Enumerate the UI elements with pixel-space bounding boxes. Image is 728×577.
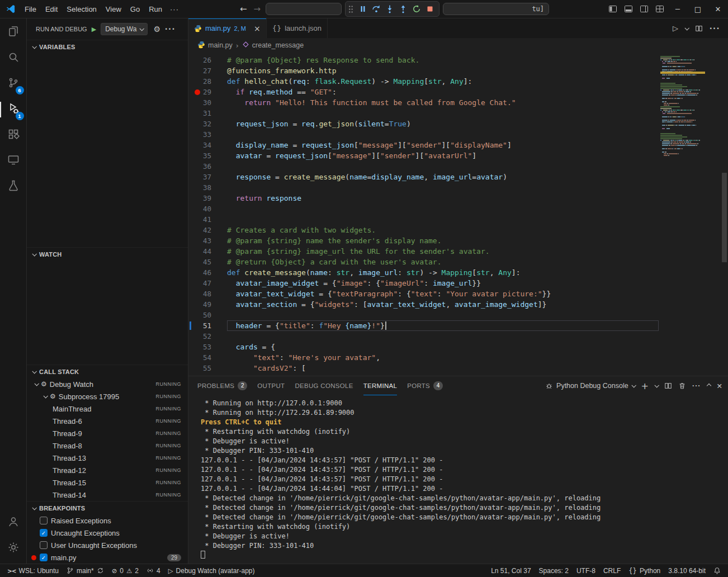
customize-layout-icon[interactable] (652, 1, 668, 17)
menu-run[interactable]: Run (144, 5, 167, 13)
callstack-item[interactable]: Thread-14RUNNING (27, 489, 188, 501)
panel-tab-terminal[interactable]: TERMINAL (363, 376, 398, 395)
panel-more-actions-icon[interactable]: ··· (692, 382, 701, 390)
code-line-37[interactable]: 37 response = create_message(name=displa… (188, 172, 728, 182)
tab-launch.json[interactable]: {}launch.json (267, 18, 328, 38)
breakpoint-item[interactable]: User Uncaught Exceptions (27, 539, 188, 551)
toggle-secondary-sidebar-icon[interactable] (636, 1, 652, 17)
breakpoint-item[interactable]: ✓main.py29 (27, 551, 188, 564)
activity-explorer[interactable] (0, 20, 27, 45)
code-line-32[interactable]: 32 request_json = req.get_json(silent=Tr… (188, 119, 728, 129)
menu-selection[interactable]: Selection (62, 5, 101, 13)
activity-accounts[interactable] (0, 510, 27, 536)
launch-config-dropdown[interactable]: Debug Wa (101, 23, 148, 35)
code-line-45[interactable]: 45# @return {Object} a card with the use… (188, 257, 728, 267)
configure-gear-icon[interactable]: ⚙ (153, 25, 160, 34)
checkbox[interactable] (40, 517, 48, 524)
terminal-output[interactable]: * Running on http://127.0.0.1:9000 * Run… (188, 395, 728, 564)
activity-extensions[interactable] (0, 122, 27, 148)
code-line-35[interactable]: 35 avatar = request_json["message"]["sen… (188, 150, 728, 161)
new-terminal-dropdown-icon[interactable] (654, 383, 659, 387)
split-terminal-icon[interactable] (664, 382, 672, 390)
code-line-52[interactable]: 52 (188, 331, 728, 342)
code-editor[interactable]: 26# @param {Object} res Response to send… (188, 53, 728, 376)
status-forwarded-ports[interactable]: 4 (143, 564, 164, 577)
watch-section-header[interactable]: WATCH (27, 247, 188, 261)
callstack-item[interactable]: Thread-8RUNNING (27, 439, 188, 452)
code-line-38[interactable]: 38 (188, 182, 728, 193)
status-eol[interactable]: CRLF (599, 564, 625, 577)
go-back-icon[interactable]: ← (238, 4, 249, 14)
maximize-panel-icon[interactable] (706, 384, 711, 388)
checkbox[interactable] (40, 541, 48, 549)
panel-tab-debug-console[interactable]: DEBUG CONSOLE (295, 376, 353, 395)
go-forward-icon[interactable]: → (252, 4, 263, 14)
activity-run-and-debug[interactable]: 1 (0, 97, 27, 122)
code-line-30[interactable]: 30 return "Hello! This function must be … (188, 97, 728, 108)
step-into-button[interactable] (383, 3, 396, 16)
callstack-item[interactable]: Thread-9RUNNING (27, 427, 188, 439)
editor-scrollbar[interactable] (722, 173, 727, 262)
stop-button[interactable] (423, 3, 436, 16)
status-python-interpreter[interactable]: 3.8.10 64-bit (664, 564, 710, 577)
breadcrumb-item[interactable]: main.py (197, 41, 233, 50)
checkbox[interactable]: ✓ (40, 554, 48, 561)
status-debug-session[interactable]: ▷Debug Watch (avatar-app) (164, 564, 259, 577)
callstack-item[interactable]: ⚙Debug WatchRUNNING (27, 378, 188, 390)
views-more-actions-icon[interactable]: ··· (165, 24, 176, 34)
minimap[interactable] (660, 56, 705, 157)
breakpoint-icon[interactable] (195, 89, 200, 95)
code-line-50[interactable]: 50 (188, 310, 728, 320)
callstack-item[interactable]: Thread-6RUNNING (27, 415, 188, 427)
menu-overflow-icon[interactable]: ··· (167, 0, 182, 18)
close-panel-icon[interactable]: ✕ (717, 382, 722, 390)
breakpoints-section-header[interactable]: BREAKPOINTS (27, 501, 188, 514)
code-line-29[interactable]: 29 if req.method == "GET": (188, 87, 728, 97)
debug-start-button[interactable]: ▶ (92, 26, 96, 33)
panel-tab-problems[interactable]: PROBLEMS2 (197, 376, 247, 395)
activity-search[interactable] (0, 45, 27, 71)
code-line-51[interactable]: 51 header = {"title": f"Hey {name}!"} (188, 320, 728, 331)
code-line-26[interactable]: 26# @param {Object} res Response to send… (188, 55, 728, 65)
activity-remote-explorer[interactable] (0, 148, 27, 174)
code-line-54[interactable]: 54 "text": "Here's your avatar", (188, 352, 728, 363)
code-line-47[interactable]: 47 avatar_image_widget = {"image": {"ima… (188, 278, 728, 288)
panel-tab-ports[interactable]: PORTS4 (407, 376, 443, 395)
close-tab-icon[interactable]: × (254, 24, 261, 33)
code-line-46[interactable]: 46def create_message(name: str, image_ur… (188, 267, 728, 278)
callstack-item[interactable]: MainThreadRUNNING (27, 403, 188, 415)
code-line-34[interactable]: 34 display_name = request_json["message"… (188, 140, 728, 150)
menu-edit[interactable]: Edit (41, 5, 62, 13)
maximize-button[interactable]: □ (688, 0, 708, 18)
code-line-33[interactable]: 33 (188, 129, 728, 140)
restart-button[interactable] (410, 3, 423, 16)
status-problems[interactable]: ⊘0⚠2 (108, 564, 143, 577)
step-out-button[interactable] (396, 3, 409, 16)
menu-go[interactable]: Go (126, 5, 144, 13)
code-line-55[interactable]: 55 "cardsV2": [ (188, 363, 728, 373)
callstack-item[interactable]: ⚙Subprocess 17995RUNNING (27, 390, 188, 403)
toggle-primary-sidebar-icon[interactable] (605, 1, 621, 17)
callstack-item[interactable]: Thread-15RUNNING (27, 476, 188, 489)
code-line-36[interactable]: 36 (188, 161, 728, 172)
code-line-39[interactable]: 39 return response (188, 193, 728, 204)
code-line-49[interactable]: 49 avatar_section = {"widgets": [avatar_… (188, 299, 728, 310)
minimize-button[interactable]: ─ (668, 0, 688, 18)
status-encoding[interactable]: UTF-8 (573, 564, 599, 577)
kill-terminal-icon[interactable] (678, 382, 686, 390)
active-terminal-selector[interactable]: Python Debug Console (545, 382, 635, 390)
call-stack-section-header[interactable]: CALL STACK (27, 365, 188, 378)
editor-more-actions-icon[interactable]: ··· (710, 23, 720, 34)
code-line-48[interactable]: 48 avatar_text_widget = {"textParagraph"… (188, 288, 728, 299)
terminal-cursor[interactable] (201, 551, 205, 559)
menu-view[interactable]: View (101, 5, 126, 13)
status-git-branch[interactable]: main* (63, 564, 108, 577)
step-over-button[interactable] (370, 3, 382, 16)
menu-file[interactable]: File (20, 5, 41, 13)
code-line-41[interactable]: 41 (188, 214, 728, 225)
new-terminal-button[interactable]: + (641, 381, 649, 391)
status-remote-indicator[interactable]: ><WSL: Ubuntu (3, 564, 63, 577)
command-center-left[interactable] (266, 3, 342, 15)
run-python-file-button[interactable]: ▷ (673, 24, 678, 32)
callstack-item[interactable]: Thread-12RUNNING (27, 464, 188, 476)
